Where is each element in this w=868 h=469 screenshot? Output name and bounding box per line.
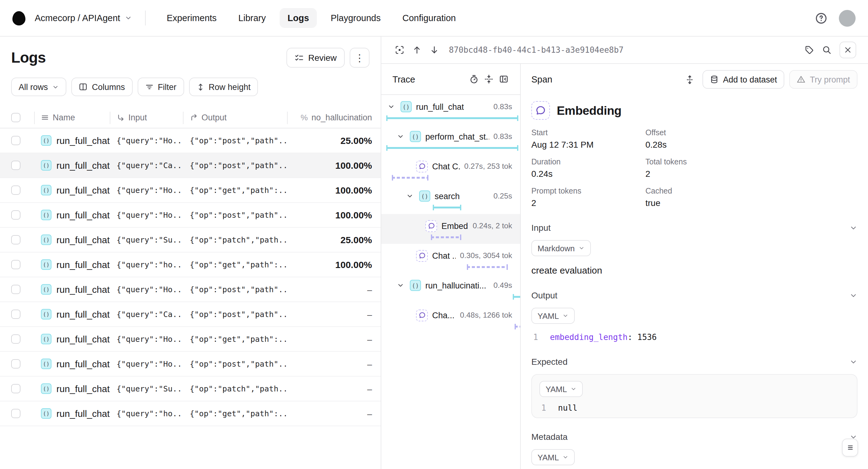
span-duration: 0.25s: [494, 192, 512, 200]
workspace-switcher[interactable]: Acmecorp / APIAgent: [35, 13, 132, 23]
table-row[interactable]: () run_full_chat {"query":"Su... {"op":"…: [0, 377, 381, 401]
tab-playgrounds[interactable]: Playgrounds: [323, 8, 389, 28]
span-duration: 0.48s, 1266 tok: [460, 311, 512, 320]
tab-library[interactable]: Library: [230, 8, 274, 28]
chevron-down-icon[interactable]: [849, 224, 858, 232]
chevron-down-icon[interactable]: [388, 103, 396, 111]
chevron-down-icon: [571, 386, 577, 392]
row-checkbox[interactable]: [11, 185, 21, 195]
next-row-button[interactable]: [426, 42, 442, 58]
search-button[interactable]: [818, 42, 835, 58]
tab-configuration[interactable]: Configuration: [394, 8, 464, 28]
trace-span-row[interactable]: () perform_chat_st... 0.83s: [381, 125, 520, 154]
span-fields: StartAug 12 7:31 PM Offset0.28s Duration…: [531, 128, 858, 208]
trace-span-row[interactable]: Chat C... 0.27s, 253 tok: [381, 154, 520, 184]
table-row[interactable]: () run_full_chat {"query":"Ho... {"op":"…: [0, 203, 381, 228]
tab-experiments[interactable]: Experiments: [159, 8, 225, 28]
trace-span-row[interactable]: Chat ... 0.30s, 3054 tok: [381, 244, 520, 273]
row-checkbox[interactable]: [11, 161, 21, 170]
row-height-button[interactable]: Row height: [189, 78, 258, 96]
field-offset: Offset0.28s: [645, 128, 858, 149]
metadata-format-dropdown[interactable]: YAML: [531, 449, 575, 465]
close-detail-button[interactable]: [839, 41, 856, 58]
chevron-down-icon[interactable]: [397, 133, 405, 140]
row-checkbox[interactable]: [11, 285, 21, 294]
collapse-spans-button[interactable]: [481, 71, 496, 87]
review-button[interactable]: Review: [286, 48, 345, 68]
table-row[interactable]: () run_full_chat {"query":"Ho... {"op":"…: [0, 277, 381, 302]
filter-icon: [145, 83, 153, 91]
expected-format-dropdown[interactable]: YAML: [539, 381, 583, 397]
chevron-down-icon[interactable]: [406, 192, 415, 200]
avatar[interactable]: [839, 10, 856, 26]
table-row[interactable]: () run_full_chat {"query":"Ho... {"op":"…: [0, 178, 381, 203]
columns-icon: [79, 83, 88, 91]
column-header-input[interactable]: Input: [110, 107, 183, 128]
table-row[interactable]: () run_full_chat {"query":"Su... {"op":"…: [0, 228, 381, 253]
timings-button[interactable]: [466, 71, 481, 87]
row-checkbox[interactable]: [11, 136, 21, 145]
kebab-icon: ⋮: [354, 52, 365, 64]
row-input: {"query":"ho...: [110, 253, 183, 277]
span-timeline: [386, 204, 518, 210]
column-header-output[interactable]: Output: [183, 107, 287, 128]
chevron-down-icon[interactable]: [849, 291, 858, 299]
span-timeline: [386, 115, 518, 121]
prev-row-button[interactable]: [409, 42, 425, 58]
row-score: 100.00%: [294, 185, 372, 196]
input-format-dropdown[interactable]: Markdown: [531, 240, 591, 256]
row-score: 100.00%: [294, 160, 372, 171]
row-output: {"op":"post","path"...: [183, 128, 287, 153]
filter-button[interactable]: Filter: [137, 78, 184, 96]
try-prompt-button[interactable]: Try prompt: [789, 70, 858, 89]
table-row[interactable]: () run_full_chat {"query":"Ho... {"op":"…: [0, 352, 381, 377]
table-row[interactable]: () run_full_chat {"query":"ho... {"op":"…: [0, 401, 381, 426]
help-button[interactable]: [813, 10, 829, 26]
trace-span-row[interactable]: () run_full_chat 0.83s: [381, 95, 520, 125]
row-checkbox[interactable]: [11, 384, 21, 393]
tag-button[interactable]: [801, 42, 817, 58]
row-checkbox[interactable]: [11, 260, 21, 269]
expected-section-heading: Expected: [531, 357, 568, 367]
tab-logs[interactable]: Logs: [280, 8, 317, 28]
toggle-panel-button[interactable]: [496, 71, 511, 87]
table-row[interactable]: () run_full_chat {"query":"Ho... {"op":"…: [0, 128, 381, 153]
layout-menu-button[interactable]: [842, 439, 858, 457]
trace-span-row[interactable]: Cha... 0.48s, 1266 tok: [381, 303, 520, 333]
row-score: –: [294, 409, 372, 418]
span-duration: 0.24s, 2 tok: [473, 222, 512, 230]
table-row[interactable]: () run_full_chat {"query":"Ho... {"op":"…: [0, 327, 381, 352]
row-checkbox[interactable]: [11, 235, 21, 244]
row-checkbox[interactable]: [11, 359, 21, 369]
field-total-tokens: Total tokens2: [645, 157, 858, 179]
row-checkbox[interactable]: [11, 310, 21, 319]
row-output: {"op":"post","path"...: [183, 203, 287, 227]
rows-filter-dropdown[interactable]: All rows: [11, 78, 67, 96]
column-header-score[interactable]: % no_hallucination: [287, 107, 381, 128]
trace-span-row[interactable]: () run_hallucinati... 0.49s: [381, 273, 520, 303]
row-checkbox[interactable]: [11, 210, 21, 219]
function-icon: (): [419, 190, 430, 202]
chevron-down-icon[interactable]: [849, 358, 858, 366]
table-row[interactable]: () run_full_chat {"query":"Ca... {"op":"…: [0, 302, 381, 327]
trace-span-row[interactable]: () search 0.25s: [381, 184, 520, 214]
row-checkbox[interactable]: [11, 409, 21, 418]
expand-section-button[interactable]: [681, 71, 698, 87]
table-row[interactable]: () run_full_chat {"query":"ho... {"op":"…: [0, 253, 381, 277]
column-header-name[interactable]: Name: [34, 107, 110, 128]
row-checkbox[interactable]: [11, 334, 21, 344]
overflow-menu-button[interactable]: ⋮: [350, 48, 370, 68]
table-row[interactable]: () run_full_chat {"query":"Ca... {"op":"…: [0, 153, 381, 178]
expand-fullscreen-button[interactable]: [391, 42, 407, 58]
row-output: {"op":"get","path":...: [183, 401, 287, 426]
columns-button[interactable]: Columns: [72, 78, 133, 96]
select-all-checkbox[interactable]: [11, 113, 21, 122]
table-header: Name Input Output % no_hallucination: [0, 107, 381, 128]
add-to-dataset-button[interactable]: Add to dataset: [703, 70, 784, 89]
chevron-down-icon[interactable]: [397, 282, 405, 289]
app-logo-icon[interactable]: [12, 11, 25, 25]
trace-span-row[interactable]: Embed... 0.24s, 2 tok: [381, 214, 520, 244]
chevron-down-icon: [52, 83, 59, 90]
output-format-dropdown[interactable]: YAML: [531, 308, 575, 324]
row-score: –: [294, 384, 372, 393]
